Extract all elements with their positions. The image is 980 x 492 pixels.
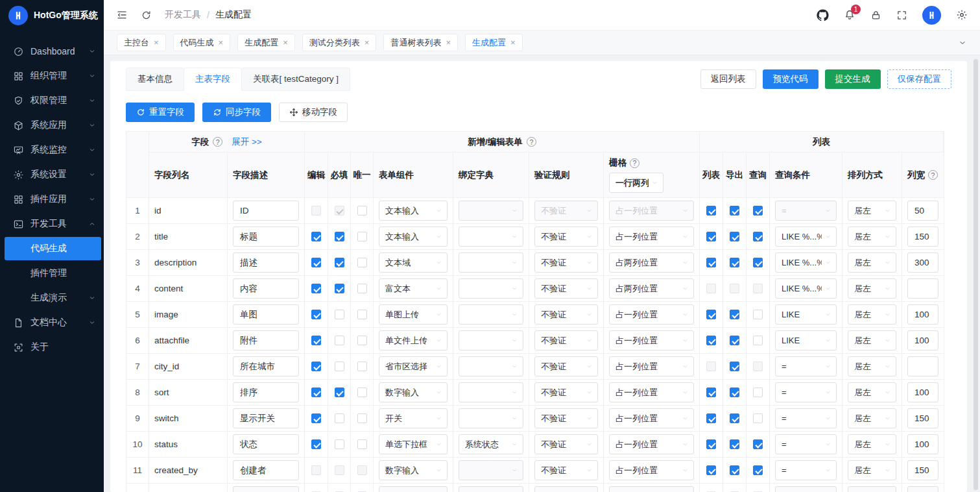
list-checkbox[interactable] (706, 284, 716, 293)
cond-select[interactable] (775, 486, 837, 492)
breadcrumb-item[interactable]: 开发工具 (165, 9, 201, 21)
exp-checkbox[interactable] (730, 336, 739, 345)
qry-checkbox[interactable] (753, 206, 763, 215)
comp-select[interactable]: 富文本 (379, 278, 448, 299)
req-checkbox[interactable] (335, 387, 344, 397)
cond-select[interactable]: = (775, 434, 837, 454)
cond-select[interactable]: LIKE %...% (775, 227, 837, 247)
comp-select[interactable]: 开关 (379, 408, 448, 428)
uniq-checkbox[interactable] (357, 387, 367, 397)
sidebar-item-plugin-app[interactable]: 插件应用 (0, 187, 104, 212)
uniq-checkbox[interactable] (357, 336, 367, 345)
grid-select[interactable]: 占一列位置 (609, 227, 694, 247)
exp-checkbox[interactable] (730, 232, 739, 241)
comp-select[interactable] (379, 486, 448, 492)
qry-checkbox[interactable] (753, 284, 763, 293)
cond-select[interactable]: = (775, 408, 837, 428)
dict-select[interactable] (459, 201, 523, 221)
field-desc-input[interactable] (233, 278, 299, 299)
column-width-input[interactable] (907, 356, 938, 376)
field-desc-input[interactable] (233, 486, 299, 492)
uniq-checkbox[interactable] (357, 465, 367, 475)
exp-checkbox[interactable] (730, 465, 739, 475)
dict-select[interactable] (459, 382, 523, 402)
dict-select[interactable]: 系统状态 (459, 434, 523, 454)
column-width-input[interactable] (907, 304, 938, 325)
tab-base-info[interactable]: 基本信息 (126, 68, 184, 91)
comp-select[interactable]: 单图上传 (379, 304, 448, 325)
tab-chip[interactable]: 代码生成 (173, 34, 231, 51)
field-desc-input[interactable] (233, 434, 299, 454)
dict-select[interactable] (459, 252, 523, 273)
val-select[interactable]: 不验证 (534, 227, 598, 247)
qry-checkbox[interactable] (753, 362, 763, 371)
lock-icon[interactable] (870, 10, 881, 21)
val-select[interactable]: 不验证 (534, 304, 598, 325)
exp-checkbox[interactable] (730, 206, 739, 215)
close-icon[interactable] (283, 38, 288, 47)
close-icon[interactable] (510, 38, 516, 47)
align-select[interactable] (848, 486, 896, 492)
comp-select[interactable]: 省市区选择 (379, 356, 448, 376)
sidebar-item-doc-center[interactable]: 文档中心 (0, 310, 104, 335)
list-checkbox[interactable] (706, 387, 716, 397)
exp-checkbox[interactable] (730, 413, 739, 423)
grid-select[interactable]: 占一列位置 (609, 330, 694, 351)
tab-chip[interactable]: 普通树表列表 (383, 34, 458, 51)
val-select[interactable]: 不验证 (534, 460, 598, 480)
scrollbar-thumb[interactable] (974, 59, 978, 490)
req-checkbox[interactable] (335, 258, 344, 267)
sidebar-item-gen-demo[interactable]: 生成演示 (0, 286, 104, 310)
edit-checkbox[interactable] (311, 310, 321, 319)
sidebar-item-sys-app[interactable]: 系统应用 (0, 113, 104, 138)
submit-generate-button[interactable]: 提交生成 (825, 69, 881, 89)
req-checkbox[interactable] (335, 413, 344, 423)
dict-select[interactable] (459, 278, 523, 299)
val-select[interactable]: 不验证 (534, 434, 598, 454)
tab-chip[interactable]: 生成配置 (465, 34, 523, 51)
refresh-icon[interactable] (141, 10, 152, 21)
list-checkbox[interactable] (706, 465, 716, 475)
cond-select[interactable]: = (775, 201, 837, 221)
comp-select[interactable]: 数字输入 (379, 382, 448, 402)
list-checkbox[interactable] (706, 439, 716, 449)
github-icon[interactable] (817, 9, 829, 21)
comp-select[interactable]: 单选下拉框 (379, 434, 448, 454)
list-checkbox[interactable] (706, 336, 716, 345)
tab-chip[interactable]: 生成配置 (237, 34, 295, 51)
column-width-input[interactable] (907, 486, 938, 492)
comp-select[interactable]: 文本域 (379, 252, 448, 273)
qry-checkbox[interactable] (753, 258, 763, 267)
list-checkbox[interactable] (706, 362, 716, 371)
uniq-checkbox[interactable] (357, 284, 367, 293)
sidebar-item-code-gen[interactable]: 代码生成 (5, 237, 101, 260)
val-select[interactable]: 不验证 (534, 330, 598, 351)
val-select[interactable]: 不验证 (534, 382, 598, 402)
field-desc-input[interactable] (233, 408, 299, 428)
qry-checkbox[interactable] (753, 465, 763, 475)
comp-select[interactable]: 单文件上传 (379, 330, 448, 351)
cond-select[interactable]: LIKE (775, 304, 837, 325)
align-select[interactable]: 居左 (848, 408, 896, 428)
sidebar-item-dashboard[interactable]: Dashboard (0, 39, 104, 64)
align-select[interactable]: 居左 (848, 434, 896, 454)
cond-select[interactable]: LIKE %...% (775, 252, 837, 273)
val-select[interactable] (534, 486, 598, 492)
tab-chip[interactable]: 测试分类列表 (302, 34, 377, 51)
sidebar-item-sys-setting[interactable]: 系统设置 (0, 162, 104, 187)
align-select[interactable]: 居左 (848, 356, 896, 376)
uniq-checkbox[interactable] (357, 232, 367, 241)
close-icon[interactable] (365, 38, 370, 47)
back-to-list-button[interactable]: 返回列表 (700, 69, 756, 89)
qry-checkbox[interactable] (753, 439, 763, 449)
edit-checkbox[interactable] (311, 232, 321, 241)
align-select[interactable]: 居左 (848, 382, 896, 402)
dict-select[interactable] (459, 486, 523, 492)
dict-select[interactable] (459, 227, 523, 247)
field-desc-input[interactable] (233, 382, 299, 402)
vertical-scrollbar[interactable] (974, 59, 978, 490)
qry-checkbox[interactable] (753, 387, 763, 397)
grid-select[interactable]: 占两列位置 (609, 278, 694, 299)
save-config-only-button[interactable]: 仅保存配置 (887, 69, 952, 89)
qry-checkbox[interactable] (753, 336, 763, 345)
